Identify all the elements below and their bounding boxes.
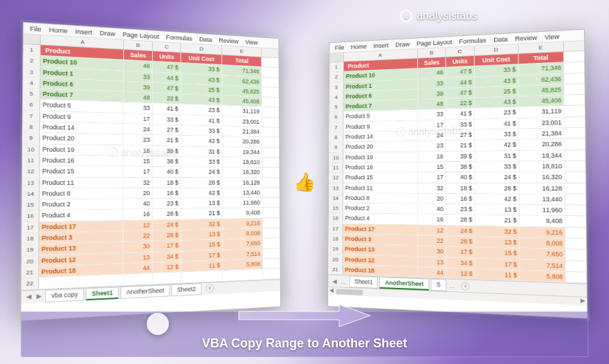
row-header[interactable]: 15 xyxy=(22,199,39,210)
cell[interactable]: Product 15 xyxy=(343,172,418,182)
cell[interactable]: 13,440 xyxy=(520,194,565,204)
cell[interactable]: Product 9 xyxy=(343,120,418,131)
cell[interactable]: 47 $ xyxy=(153,82,181,93)
cell[interactable]: 22 xyxy=(123,230,152,241)
cell[interactable]: 18 $ xyxy=(446,183,475,193)
cell[interactable]: 16 xyxy=(418,152,446,162)
ribbon-tab-data[interactable]: Data xyxy=(493,36,507,44)
cell[interactable]: 23 $ xyxy=(446,204,475,215)
row-header[interactable]: 12 xyxy=(22,166,39,176)
row-header[interactable]: 1 xyxy=(329,62,344,71)
cell[interactable]: 33 $ xyxy=(475,64,519,76)
cell[interactable]: 16,128 xyxy=(223,178,263,188)
cell[interactable]: 27 $ xyxy=(153,125,181,135)
cell[interactable]: 42 $ xyxy=(475,194,519,204)
cell[interactable]: Product 4 xyxy=(343,214,418,224)
row-header[interactable]: 8 xyxy=(329,132,344,142)
row-header[interactable]: 15 xyxy=(329,203,343,213)
cell[interactable]: 33 $ xyxy=(181,63,222,75)
sheet-tab-s[interactable]: S xyxy=(431,279,446,291)
cell[interactable]: Sales xyxy=(418,57,446,69)
cell[interactable]: 13 xyxy=(418,257,446,268)
cell[interactable]: Product 5 xyxy=(344,110,419,121)
cell[interactable]: 38 $ xyxy=(446,162,475,172)
ribbon-tab-home[interactable]: Home xyxy=(351,43,367,51)
cell[interactable]: 28 $ xyxy=(446,215,475,225)
row-header[interactable]: 7 xyxy=(23,111,40,122)
cell[interactable]: Product 2 xyxy=(39,199,124,210)
ribbon-tab-page-layout[interactable]: Page Layout xyxy=(417,39,452,47)
row-header[interactable]: 17 xyxy=(329,224,343,233)
cell[interactable] xyxy=(181,271,223,282)
cell[interactable]: 18,810 xyxy=(519,161,565,172)
cell[interactable]: Product 16 xyxy=(343,162,418,172)
cell[interactable]: 41 $ xyxy=(153,104,181,114)
cell[interactable]: 9,408 xyxy=(520,216,565,227)
cell[interactable]: 43 $ xyxy=(475,97,519,108)
cell[interactable]: 25 $ xyxy=(475,86,519,97)
cell[interactable]: 34 $ xyxy=(153,251,181,262)
cell[interactable]: Product 3 xyxy=(343,234,418,245)
cell[interactable]: 21 $ xyxy=(475,215,520,226)
cell[interactable]: 47 $ xyxy=(446,66,475,78)
cell[interactable]: Product 15 xyxy=(39,166,123,176)
row-header[interactable]: 1 xyxy=(24,44,41,55)
cell[interactable]: 33 xyxy=(124,102,153,113)
cell[interactable]: Product 9 xyxy=(40,111,124,123)
cell[interactable]: 20,286 xyxy=(519,139,565,150)
cell[interactable]: 21,384 xyxy=(222,127,262,137)
cell[interactable]: 23,001 xyxy=(519,117,565,128)
ribbon-tab-draw[interactable]: Draw xyxy=(100,30,116,37)
cell[interactable] xyxy=(123,273,152,284)
cell[interactable]: 16,128 xyxy=(520,183,565,194)
cell[interactable]: Total xyxy=(518,52,564,64)
cell[interactable]: Product 4 xyxy=(39,210,124,221)
row-header[interactable]: 4 xyxy=(23,78,40,89)
cell[interactable]: 23 $ xyxy=(153,199,181,209)
cell[interactable]: 47 $ xyxy=(446,88,475,99)
col-header-B[interactable]: B xyxy=(124,40,153,51)
cell[interactable]: Product 14 xyxy=(343,131,418,142)
row-header[interactable]: 22 xyxy=(21,278,39,289)
cell[interactable]: 17 $ xyxy=(475,258,520,270)
cell[interactable]: 17 $ xyxy=(181,250,223,261)
cell[interactable]: Units xyxy=(153,51,181,62)
cell[interactable]: 19,344 xyxy=(519,150,565,161)
cell[interactable]: 11 $ xyxy=(181,260,223,271)
cell[interactable]: 22 $ xyxy=(153,93,181,104)
cell[interactable]: 42 $ xyxy=(181,136,223,146)
cell[interactable]: 24 $ xyxy=(446,226,475,236)
row-header[interactable]: 8 xyxy=(23,122,40,133)
row-header[interactable]: 12 xyxy=(329,173,343,183)
cell[interactable]: 43 $ xyxy=(181,73,222,84)
cell[interactable]: 17 $ xyxy=(153,241,181,251)
cell[interactable]: 41 $ xyxy=(181,115,223,126)
cell[interactable]: 21 $ xyxy=(181,208,223,219)
row-header[interactable]: 19 xyxy=(329,244,343,254)
cell[interactable]: 17 xyxy=(418,172,446,182)
row-header[interactable]: 14 xyxy=(329,193,343,203)
cell[interactable]: 43 $ xyxy=(181,94,223,105)
cell[interactable]: 40 xyxy=(124,199,153,209)
ribbon-tab-draw[interactable]: Draw xyxy=(395,41,410,48)
cell[interactable]: 13 xyxy=(123,252,152,263)
cell[interactable]: Product 14 xyxy=(40,122,124,134)
cell[interactable]: 7,650 xyxy=(520,248,566,260)
ribbon-tab-data[interactable]: Data xyxy=(199,36,212,44)
cell[interactable]: 24 xyxy=(418,130,446,140)
row-header[interactable]: 11 xyxy=(22,155,39,165)
cell[interactable]: 8,008 xyxy=(223,228,263,239)
cell[interactable]: Product 3 xyxy=(39,231,124,244)
cell[interactable]: 38 $ xyxy=(153,156,181,167)
cell[interactable]: 15 $ xyxy=(475,248,520,259)
col-header-B[interactable]: B xyxy=(418,48,446,58)
cell[interactable] xyxy=(223,269,263,280)
cell[interactable]: 23 xyxy=(418,141,446,152)
sheet-tab-sheet2[interactable]: Sheet2 xyxy=(171,283,201,296)
row-header[interactable]: 3 xyxy=(23,66,40,78)
add-sheet-button[interactable]: + xyxy=(461,282,470,291)
cell[interactable]: 71,346 xyxy=(519,63,565,75)
tab-nav-prev[interactable]: ◀ xyxy=(24,293,33,300)
ribbon-tab-view[interactable]: View xyxy=(545,33,559,41)
cell[interactable]: 18 $ xyxy=(153,178,181,188)
